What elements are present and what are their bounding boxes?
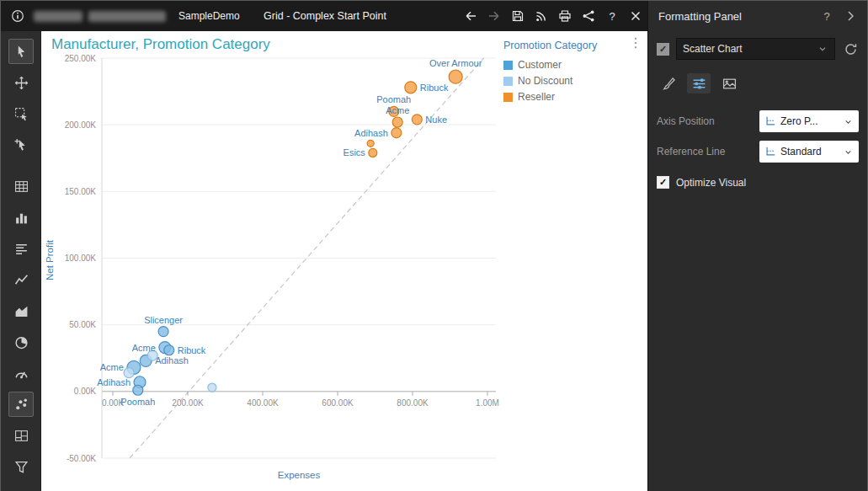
point-customer-poomah[interactable] [133, 385, 143, 395]
point-reseller-unlabeled[interactable] [367, 140, 374, 147]
formatting-panel: Formatting Panel ? Scatter Chart Axis Po… [647, 1, 867, 491]
pie-chart-item[interactable] [1, 328, 41, 356]
y-tick-label: 250.00K [65, 54, 97, 63]
point-label: Esics [343, 147, 366, 157]
point-label: Over Armour [429, 58, 482, 68]
marquee-icon [8, 101, 34, 126]
x-tick-label: 600.00K [322, 398, 354, 408]
legend-title: Promotion Category [503, 40, 645, 51]
point-label: Adihash [354, 128, 388, 138]
gauge-item[interactable] [1, 359, 41, 387]
legend-label: Customer [518, 59, 562, 71]
treemap-icon [8, 423, 34, 448]
app-window: SampleDemo Grid - Complex Start Point ? … [0, 0, 868, 491]
point-no-discount-unlabeled[interactable] [208, 383, 216, 392]
x-tick-label: 400.00K [247, 398, 279, 408]
options-tab[interactable] [687, 73, 711, 93]
point-customer-ribuck[interactable] [164, 345, 174, 355]
appearance-tab[interactable] [657, 73, 680, 93]
pointer-icon [8, 39, 34, 64]
point-reseller-ribuck[interactable] [405, 82, 417, 93]
funnel-icon [8, 454, 34, 479]
panel-help-icon[interactable]: ? [818, 8, 835, 24]
style-tab[interactable] [717, 73, 741, 93]
rectangle-select-tool[interactable] [1, 99, 41, 128]
point-label: Poomah [120, 397, 155, 407]
point-reseller-over-armour[interactable] [449, 70, 462, 83]
legend: Promotion Category CustomerNo DiscountRe… [503, 40, 645, 107]
bar-chart-item[interactable] [1, 203, 41, 232]
point-label: Acme [132, 343, 156, 353]
legend-item-customer[interactable]: Customer [503, 59, 645, 71]
point-label: Poomah [376, 94, 411, 104]
x-tick-label: 1.00M [476, 398, 499, 408]
titlebar: SampleDemo Grid - Complex Start Point ? [1, 1, 649, 31]
data-feed-icon[interactable] [531, 6, 551, 26]
pick-tool[interactable] [1, 131, 41, 159]
point-reseller-nuke[interactable] [412, 115, 422, 125]
point-label: Adihash [155, 355, 189, 366]
scatter-icon [8, 392, 34, 417]
pie-icon [8, 329, 34, 355]
optimize-visual-label: Optimize Visual [676, 177, 746, 189]
move-icon [8, 70, 34, 95]
chart-type-combo[interactable]: Scatter Chart [676, 38, 835, 60]
chevron-down-icon [817, 43, 828, 55]
legend-item-no-discount[interactable]: No Discount [503, 75, 645, 87]
area-chart-item[interactable] [1, 296, 41, 325]
cards-item[interactable] [1, 234, 41, 263]
pointer-tool[interactable] [1, 37, 41, 66]
y-tick-label: 0.00K [74, 387, 96, 396]
chevron-down-icon [843, 147, 854, 157]
formatting-panel-header: Formatting Panel ? [648, 1, 867, 31]
treemap-item[interactable] [1, 421, 41, 450]
filter-item[interactable] [1, 452, 41, 481]
axis-position-label: Axis Position [657, 115, 715, 127]
panel-collapse-icon[interactable] [842, 8, 859, 24]
close-icon[interactable] [626, 6, 646, 26]
toolbox-sidebar [1, 31, 41, 491]
reset-icon[interactable] [842, 40, 859, 57]
scatter-chart-item[interactable] [1, 390, 41, 419]
legend-swatch [503, 77, 513, 86]
sparkline-icon [8, 267, 34, 292]
legend-swatch [503, 61, 513, 70]
help-icon[interactable]: ? [602, 6, 622, 26]
y-tick-label: 50.00K [69, 320, 96, 329]
y-tick-label: 100.00K [65, 254, 97, 263]
legend-label: Reseller [518, 91, 555, 103]
axis-glyph-icon [764, 115, 776, 127]
grid-item[interactable] [1, 172, 41, 200]
pick-icon [8, 132, 34, 157]
x-tick-label: 800.00K [397, 398, 429, 408]
point-reseller-esics[interactable] [369, 148, 377, 157]
chart-type-checkbox[interactable] [657, 43, 669, 56]
move-tool[interactable] [1, 68, 41, 97]
y-tick-label: -50.00K [67, 454, 96, 463]
share-icon[interactable] [578, 6, 599, 26]
legend-label: No Discount [518, 75, 572, 87]
point-label: Slicenger [144, 315, 183, 325]
back-icon[interactable] [461, 6, 481, 26]
point-customer-slicenger[interactable] [158, 327, 168, 337]
reference-line-label: Reference Line [657, 146, 725, 157]
point-reseller-acme[interactable] [392, 117, 402, 127]
point-label: Nuke [425, 115, 447, 125]
point-reseller-adihash[interactable] [391, 128, 402, 138]
area-icon [8, 298, 34, 323]
x-axis-title: Expenses [278, 470, 321, 480]
svg-text:?: ? [823, 10, 829, 23]
axis-position-dropdown[interactable]: Zero P... [759, 110, 859, 132]
line-chart-item[interactable] [1, 265, 41, 294]
forward-icon[interactable] [484, 6, 504, 26]
reference-line-dropdown[interactable]: Standard [759, 141, 859, 163]
point-label: Acme [386, 105, 409, 115]
print-icon[interactable] [555, 6, 575, 26]
y-tick-label: 150.00K [65, 187, 97, 196]
legend-item-reseller[interactable]: Reseller [503, 91, 645, 103]
save-icon[interactable] [508, 6, 528, 26]
chart-title: Manufacturer, Promotion Category [51, 36, 270, 53]
optimize-visual-checkbox[interactable] [657, 176, 669, 189]
y-tick-label: 200.00K [65, 120, 97, 130]
textlines-icon [8, 236, 34, 261]
